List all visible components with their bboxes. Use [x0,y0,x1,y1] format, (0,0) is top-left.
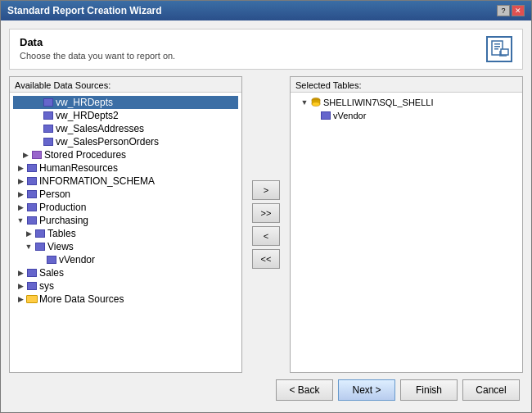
report-icon [489,39,509,59]
svg-rect-1 [494,43,500,45]
left-panel-label: Available Data Sources: [10,77,241,93]
title-bar-buttons: ? ✕ [497,5,525,16]
right-panel: Selected Tables: ▼ [290,76,523,373]
label-views: Views [47,241,74,252]
content-area: Data Choose the data you want to report … [1,20,531,412]
svg-rect-3 [494,48,498,50]
header-subtitle: Choose the data you want to report on. [20,51,486,61]
move-one-right-button[interactable]: > [252,180,280,200]
label-vw-salespersonorders: vw_SalesPersonOrders [56,136,159,148]
folder-icon-more-data-sources [26,293,38,305]
left-tree-scroll[interactable]: vw_HRDepts vw_HRDepts2 [10,93,241,372]
table-icon-vvendor [46,254,57,266]
expander-vw-salespersonorders [31,136,43,148]
svg-rect-2 [494,46,500,48]
expander-more-data-sources: ▶ [15,293,26,305]
expander-vw-hrdepts [31,97,43,108]
label-vw-hrdepts2: vw_HRDepts2 [56,110,119,121]
window-title: Standard Report Creation Wizard [7,5,162,16]
expander-purchasing: ▼ [15,215,26,226]
expander-person: ▶ [15,188,26,200]
tree-item-sales[interactable]: ▶ Sales [13,266,238,279]
table-icon-vw-hrdepts2 [43,110,54,121]
tree-item-more-data-sources[interactable]: ▶ More Data Sources [13,293,238,306]
label-more-data-sources: More Data Sources [39,293,124,305]
expander-stored-procedures: ▶ [20,149,31,161]
right-tree-vvendor[interactable]: vVendor [295,109,517,122]
folder-icon-views [34,241,46,252]
label-vw-hrdepts: vw_HRDepts [56,97,113,108]
cancel-button[interactable]: Cancel [462,379,520,401]
tree-item-tables[interactable]: ▶ Tables [13,227,238,240]
label-purchasing: Purchasing [39,215,88,226]
help-button[interactable]: ? [497,5,510,16]
move-all-right-button[interactable]: >> [252,203,280,223]
footer: < Back Next > Finish Cancel [9,373,523,404]
label-vw-salesaddresses: vw_SalesAddresses [56,123,144,134]
tree-item-vw-hrdepts[interactable]: vw_HRDepts [13,96,238,109]
expander-humanresources: ▶ [15,162,26,174]
tree-item-vvendor[interactable]: vVendor [13,253,238,266]
expander-tables: ▶ [23,228,34,239]
label-information-schema: INFORMATION_SCHEMA [39,175,155,187]
tree-item-vw-salesaddresses[interactable]: vw_SalesAddresses [13,122,238,135]
expander-vw-salesaddresses [31,123,43,134]
table-icon-vw-salesaddresses [43,123,54,134]
tree-item-production[interactable]: ▶ Production [13,201,238,214]
tree-item-sys[interactable]: ▶ sys [13,279,238,293]
tree-item-humanresources[interactable]: ▶ HumanResources [13,161,238,175]
label-production: Production [39,202,86,213]
right-tree-content[interactable]: ▼ SHELLIWIN7\SQL_SHELLI [291,93,522,125]
folder-icon-person [26,188,38,200]
expander-sales: ▶ [15,267,26,279]
folder-icon-sales [26,267,38,279]
main-panels: Available Data Sources: vw_HRDepts [9,76,523,373]
tree-item-vw-hrdepts2[interactable]: vw_HRDepts2 [13,109,238,122]
tree-item-stored-procedures[interactable]: ▶ Stored Procedures [13,148,238,161]
expander-sys: ▶ [15,280,26,292]
finish-button[interactable]: Finish [400,379,458,401]
tree-item-purchasing[interactable]: ▼ Purchasing [13,214,238,227]
folder-icon-purchasing [26,215,38,226]
right-panel-content: ▼ SHELLIWIN7\SQL_SHELLI [291,93,522,372]
server-label: SHELLIWIN7\SQL_SHELLI [323,98,434,107]
folder-icon-sys [26,280,38,292]
move-all-left-button[interactable]: << [252,249,280,269]
next-button[interactable]: Next > [338,379,395,401]
right-panel-label: Selected Tables: [291,77,522,93]
tree-item-information-schema[interactable]: ▶ INFORMATION_SCHEMA [13,175,238,188]
header-title: Data [20,36,486,48]
tree-item-person[interactable]: ▶ Person [13,188,238,201]
close-button[interactable]: ✕ [512,5,525,16]
folder-icon-humanresources [26,162,38,174]
db-icon-server [310,97,322,108]
move-one-left-button[interactable]: < [252,226,280,246]
label-sys: sys [39,280,54,292]
expander-views: ▼ [23,241,34,252]
right-tree-server[interactable]: ▼ SHELLIWIN7\SQL_SHELLI [295,96,517,109]
middle-buttons: > >> < << [249,76,283,373]
label-sales: Sales [39,267,64,279]
header-text: Data Choose the data you want to report … [20,36,486,61]
tree-item-views[interactable]: ▼ Views [13,240,238,253]
label-humanresources: HumanResources [39,162,118,174]
label-tables: Tables [47,228,76,239]
label-stored-procedures: Stored Procedures [44,149,126,161]
expander-information-schema: ▶ [15,175,26,187]
table-icon-right-vvendor [320,110,331,121]
folder-icon-stored-procedures [31,149,43,161]
svg-rect-5 [501,49,508,55]
folder-icon-tables [34,228,46,239]
header-section: Data Choose the data you want to report … [9,29,523,70]
left-panel-content: vw_HRDepts vw_HRDepts2 [10,93,241,372]
folder-icon-information-schema [26,175,38,187]
table-icon-vw-hrdepts [43,97,54,108]
folder-icon-production [26,202,38,213]
left-panel: Available Data Sources: vw_HRDepts [9,76,242,373]
header-icon [486,36,512,62]
expander-vvendor [34,254,46,266]
tree-item-vw-salespersonorders[interactable]: vw_SalesPersonOrders [13,135,238,148]
back-button[interactable]: < Back [276,379,333,401]
wizard-window: Standard Report Creation Wizard ? ✕ Data… [0,0,532,413]
expander-vw-hrdepts2 [31,110,43,121]
